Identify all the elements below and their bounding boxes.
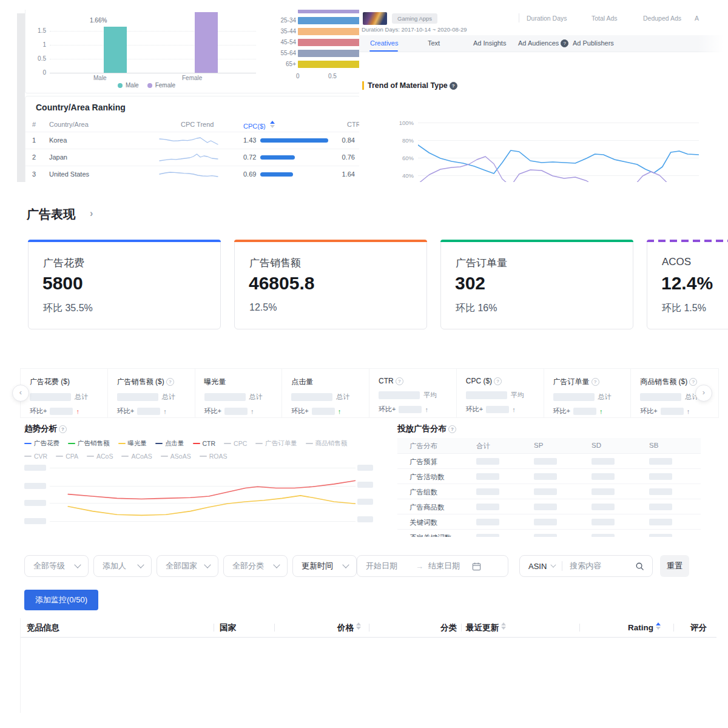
bar-value-label: 1.66%: [90, 17, 107, 24]
gender-legend: Male Female: [118, 82, 175, 89]
date-end-placeholder[interactable]: 结束日期: [428, 561, 472, 571]
audience-charts-panel: 1.66% 1.5 1 0.5 0 Male Female Male Femal…: [25, 10, 360, 93]
tab-creatives[interactable]: Creatives: [370, 39, 398, 47]
help-icon: ?: [561, 39, 568, 47]
age-label: 65+: [277, 61, 296, 67]
col-rank: #: [32, 121, 36, 128]
metric-card-ad-orders[interactable]: 广告订单量302环比 16%: [440, 240, 633, 329]
country-ranking-panel: Country/Area Ranking # Country/Area CPC …: [25, 96, 360, 182]
age-bar-45-54: [298, 39, 359, 46]
legend-item-ROAS[interactable]: ROAS: [200, 453, 228, 460]
legend-dash-icon: [68, 443, 75, 444]
male-dot-icon: [118, 83, 123, 88]
col-cpc-sort[interactable]: CPC($): [243, 121, 275, 130]
tab-ad-publishers[interactable]: Ad Publishers: [573, 39, 614, 47]
x-label-male: Male: [93, 75, 107, 81]
legend-item-ASoAS[interactable]: ASoAS: [161, 453, 191, 460]
legend-item-点击量[interactable]: 点击量: [155, 439, 184, 448]
stat-header-total-ads: Total Ads: [592, 15, 618, 22]
legend-item-CVR[interactable]: CVR: [24, 453, 47, 460]
legend-item-CPA[interactable]: CPA: [56, 453, 78, 460]
tab-ad-audiences[interactable]: Ad Audiences?: [518, 39, 568, 47]
reset-button[interactable]: 重置: [660, 555, 689, 577]
legend-dash-icon: [193, 443, 200, 444]
metric-cell[interactable]: 曝光量总计环比+↑: [195, 369, 283, 417]
y-tick: 40%: [397, 172, 414, 179]
age-label: 45-54: [277, 39, 296, 46]
stat-header-duration: Duration Days: [527, 15, 567, 22]
legend-item-广告花费[interactable]: 广告花费: [24, 439, 59, 448]
active-tab-underline: [369, 50, 398, 52]
legend-dash-icon: [56, 456, 63, 457]
tab-ad-insights[interactable]: Ad Insights: [473, 39, 506, 47]
metric-card-ad-sales[interactable]: 广告销售额46805.812.5%: [234, 240, 427, 329]
card-accent: [647, 240, 728, 242]
search-type-select[interactable]: ASIN: [520, 562, 547, 571]
metric-cell[interactable]: CPC ($)?平均环比+↑: [457, 369, 544, 417]
date-range-picker[interactable]: 开始日期 → 结束日期: [357, 555, 508, 577]
trend-arrow-icon: ↑: [599, 408, 603, 415]
chevron-right-icon[interactable]: ›: [90, 208, 93, 219]
comp-col-Rating[interactable]: Rating: [628, 622, 661, 632]
col-cpc-trend: CPC Trend: [181, 121, 214, 128]
filter-dropdown-1[interactable]: 全部等级: [24, 555, 89, 577]
legend-item-CTR[interactable]: CTR: [193, 439, 216, 448]
trend-chart-right-ticks: [357, 465, 373, 522]
metric-cell[interactable]: 广告销售额 ($)?总计环比+↑: [108, 369, 195, 417]
metric-cell[interactable]: 广告花费 ($)总计环比+↑: [21, 369, 108, 417]
material-trend-title: Trend of Material Type?: [368, 81, 457, 90]
metric-cell[interactable]: 广告订单量?总计环比+↑: [544, 369, 632, 417]
chevron-down-icon: [273, 561, 280, 568]
legend-item-广告订单量[interactable]: 广告订单量: [255, 439, 297, 448]
trend-analysis-chart: [50, 462, 356, 530]
country-row-korea[interactable]: 1Korea1.430.84: [25, 132, 360, 149]
age-bar-chart: [298, 10, 359, 73]
chevron-down-icon: [137, 561, 144, 568]
distribution-row: 广告活动数: [397, 469, 701, 484]
age-x-tick-0: 0: [296, 73, 300, 79]
ad-intel-panel: Gaming Apps Duration Days Total Ads Dedu…: [359, 0, 728, 182]
y-tick: 100%: [397, 120, 414, 126]
metrics-strip: 广告花费 ($)总计环比+↑广告销售额 ($)?总计环比+↑曝光量总计环比+↑点…: [20, 368, 719, 418]
add-monitor-button[interactable]: 添加监控(0/50): [24, 590, 98, 610]
tab-text[interactable]: Text: [428, 39, 440, 47]
y-tick: 1.5: [36, 27, 46, 34]
age-bar-65+: [298, 61, 359, 68]
metric-cell[interactable]: CTR?平均环比+↑: [369, 369, 457, 417]
legend-item-ACoS[interactable]: ACoS: [87, 453, 113, 460]
creative-thumbnail[interactable]: [363, 12, 387, 25]
metric-card-ad-spend[interactable]: 广告花费5800环比 35.5%: [28, 240, 221, 329]
filter-dropdown-3[interactable]: 全部国家: [157, 555, 218, 577]
search-icon[interactable]: [635, 562, 644, 571]
legend-female[interactable]: Female: [147, 82, 175, 89]
legend-item-ACoAS[interactable]: ACoAS: [121, 453, 152, 460]
legend-male[interactable]: Male: [118, 82, 139, 89]
y-tick: 80%: [397, 137, 414, 144]
country-row-japan[interactable]: 2Japan0.720.76: [25, 149, 360, 166]
legend-dash-icon: [24, 456, 32, 457]
legend-dash-icon: [224, 443, 231, 444]
search-input-placeholder[interactable]: 搜索内容: [562, 561, 635, 571]
age-bar-25-34: [298, 17, 359, 24]
comp-col-价格[interactable]: 价格: [337, 622, 361, 633]
strip-prev-button[interactable]: ‹: [12, 385, 29, 402]
metric-cell[interactable]: 点击量总计环比+↑: [282, 369, 369, 417]
chevron-down-icon: [551, 562, 556, 567]
legend-item-曝光量[interactable]: 曝光量: [118, 439, 147, 448]
col-country: Country/Area: [49, 121, 89, 128]
distribution-row: 广告组数: [397, 484, 701, 499]
search-box[interactable]: ASIN 搜索内容: [519, 555, 653, 577]
legend-item-商品销售额[interactable]: 商品销售额: [306, 439, 348, 448]
metric-card-acos[interactable]: ACOS12.4%环比 1.5%: [647, 240, 728, 329]
filter-dropdown-5[interactable]: 更新时间: [292, 555, 357, 577]
legend-item-CPC[interactable]: CPC: [224, 439, 247, 448]
filter-dropdown-2[interactable]: 添加人: [93, 555, 152, 577]
date-start-placeholder[interactable]: 开始日期: [357, 561, 411, 571]
legend-item-广告销售额[interactable]: 广告销售额: [68, 439, 110, 448]
arrow-right-icon: →: [416, 562, 423, 571]
comp-col-最近更新[interactable]: 最近更新: [466, 622, 506, 633]
legend-dash-icon: [121, 456, 129, 457]
strip-next-button[interactable]: ›: [695, 385, 712, 402]
filter-dropdown-4[interactable]: 全部分类: [223, 555, 288, 577]
country-row-united-states[interactable]: 3United States0.691.64: [25, 166, 360, 182]
